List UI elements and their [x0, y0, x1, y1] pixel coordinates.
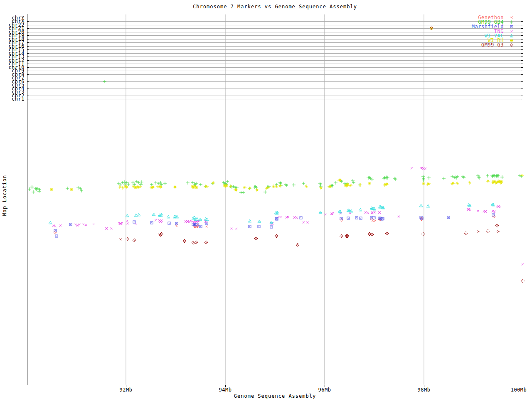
series-wi-yac	[49, 203, 495, 224]
x-tick-label-98Mb: 98Mb	[411, 387, 437, 392]
x-tick-label-92Mb: 92Mb	[113, 387, 139, 392]
x-tick-label-96Mb: 96Mb	[311, 387, 338, 392]
series-gm99-gb4	[28, 80, 523, 194]
series-wi-rh	[50, 27, 524, 192]
plot-frame	[27, 14, 523, 385]
x-tick-label-100Mb: 100Mb	[505, 387, 532, 392]
x-tick-label-94Mb: 94Mb	[212, 387, 239, 392]
legend-markers	[510, 16, 513, 47]
plot-area	[0, 0, 532, 399]
series-gm99-g3	[119, 27, 525, 283]
chr-label-chr1: chr1	[0, 96, 25, 101]
legend-item-gm99-g3: GM99 G3	[481, 42, 504, 47]
chromosome-rows	[27, 18, 523, 99]
gridlines	[126, 14, 424, 385]
series-marshfield	[54, 214, 495, 237]
chart-canvas: Chromosome 7 Markers vs Genome Sequence …	[0, 0, 532, 399]
